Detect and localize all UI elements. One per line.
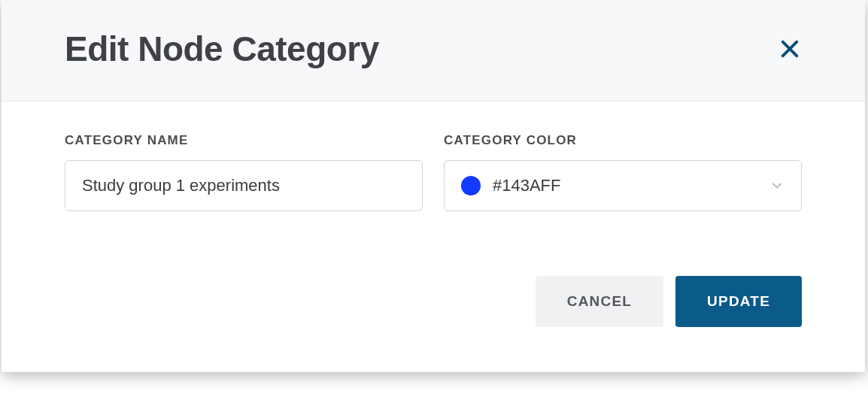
- cancel-button[interactable]: CANCEL: [536, 276, 663, 327]
- close-icon: [779, 38, 800, 59]
- modal-footer: CANCEL UPDATE: [65, 211, 802, 327]
- close-button[interactable]: [778, 37, 802, 61]
- edit-node-category-modal: Edit Node Category CATEGORY NAME CATEGOR…: [2, 0, 865, 372]
- modal-title: Edit Node Category: [65, 29, 379, 69]
- category-color-group: CATEGORY COLOR #143AFF: [444, 133, 802, 211]
- modal-header: Edit Node Category: [2, 0, 865, 101]
- update-button[interactable]: UPDATE: [675, 276, 802, 327]
- category-color-value: #143AFF: [493, 176, 769, 195]
- category-name-input[interactable]: [65, 160, 423, 211]
- form-row: CATEGORY NAME CATEGORY COLOR #143AFF: [65, 133, 802, 211]
- chevron-down-icon: [769, 178, 785, 193]
- category-color-label: CATEGORY COLOR: [444, 133, 802, 148]
- color-swatch: [461, 176, 481, 195]
- category-name-label: CATEGORY NAME: [65, 133, 423, 148]
- category-name-group: CATEGORY NAME: [65, 133, 423, 211]
- category-color-select[interactable]: #143AFF: [444, 160, 802, 211]
- modal-body: CATEGORY NAME CATEGORY COLOR #143AFF CAN…: [2, 101, 865, 372]
